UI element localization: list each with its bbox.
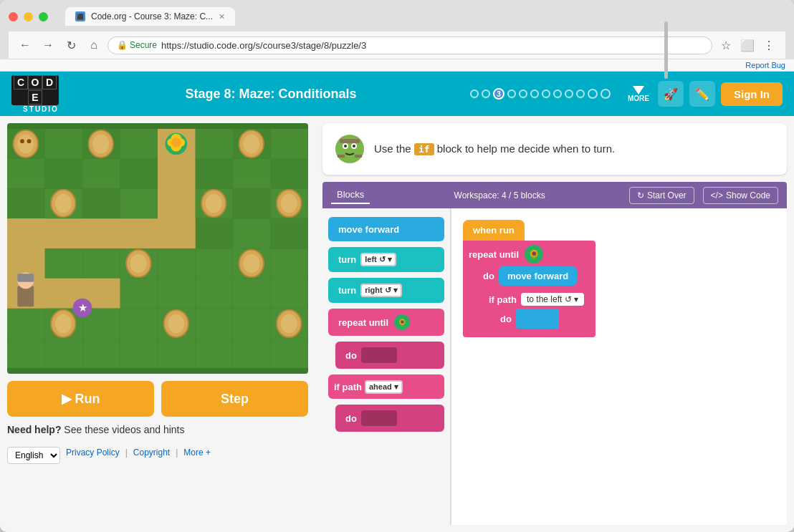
svg-rect-24 xyxy=(271,159,309,189)
code-block-group: when run repeat until 🌻 xyxy=(463,220,596,337)
show-code-button[interactable]: </> Show Code xyxy=(703,187,778,204)
language-select[interactable]: English xyxy=(7,447,60,464)
when-run-block[interactable]: when run xyxy=(463,220,525,241)
if-path-block[interactable]: if path ahead ▾ xyxy=(328,374,444,399)
game-panel: ★ ▶ Run Step Need help? See these videos… xyxy=(0,116,315,532)
logo-e: E xyxy=(28,90,42,105)
forward-button[interactable]: → xyxy=(39,36,57,54)
menu-button[interactable]: ⋮ xyxy=(760,36,778,54)
workspace-canvas[interactable]: when run repeat until 🌻 xyxy=(451,208,787,525)
blocks-tab[interactable]: Blocks xyxy=(331,186,370,204)
turn-right-block[interactable]: turn right ↺ ▾ xyxy=(328,278,444,303)
puzzle-dot-3[interactable]: 3 xyxy=(493,88,504,100)
repeat-until-outer-block[interactable]: repeat until 🌻 do move for xyxy=(463,241,596,337)
svg-rect-32 xyxy=(271,218,309,248)
tab-favicon: ⬛ xyxy=(75,11,85,21)
svg-rect-79 xyxy=(355,155,362,158)
svg-rect-67 xyxy=(17,286,34,307)
svg-point-76 xyxy=(353,145,355,147)
svg-point-56 xyxy=(55,314,72,334)
maze-visualization: ★ xyxy=(7,123,308,374)
window-close-dot[interactable] xyxy=(9,12,18,21)
logo-c: C xyxy=(14,75,28,90)
back-button[interactable]: ← xyxy=(16,36,34,54)
workspace-toolbar: Blocks Workspace: 4 / 5 blocks ↻ Start O… xyxy=(322,182,787,208)
top-navigation-bar: C O D E STUDIO Stage 8: Maze: Conditiona… xyxy=(0,72,794,116)
do-indent-group: do move forward xyxy=(483,266,590,333)
help-section: Need help? See these videos and hints xyxy=(7,424,308,435)
svg-rect-78 xyxy=(338,155,345,158)
repeat-until-label: repeat until xyxy=(469,249,519,260)
svg-point-58 xyxy=(168,314,184,334)
code-panel: Use the if block to help me decide when … xyxy=(315,116,794,532)
puzzle-dot-9[interactable] xyxy=(565,90,573,98)
privacy-policy-link[interactable]: Privacy Policy xyxy=(66,448,120,458)
window-minimize-dot[interactable] xyxy=(24,12,33,21)
bookmark-button[interactable]: ☆ xyxy=(717,36,735,54)
instruction-text: Use the if block to help me decide when … xyxy=(374,141,615,156)
secure-badge: 🔒 Secure xyxy=(117,40,157,50)
home-button[interactable]: ⌂ xyxy=(85,36,103,54)
browser-tab[interactable]: ⬛ Code.org - Course 3: Maze: C... ✕ xyxy=(65,7,235,26)
svg-point-54 xyxy=(243,254,259,274)
start-over-button[interactable]: ↻ Start Over xyxy=(629,187,694,204)
if-path-select[interactable]: ahead ▾ xyxy=(365,380,403,394)
svg-rect-21 xyxy=(45,159,83,189)
svg-point-42 xyxy=(92,135,109,154)
refresh-button[interactable]: ↻ xyxy=(62,36,80,54)
pencil-icon-button[interactable]: ✏️ xyxy=(689,81,715,107)
move-forward-block[interactable]: move forward xyxy=(328,217,444,241)
stage-title: Stage 8: Maze: Conditionals xyxy=(80,87,461,102)
do-label-1: do xyxy=(483,271,494,281)
if-do-block[interactable]: do xyxy=(335,405,444,432)
svg-point-39 xyxy=(20,139,24,143)
more-footer-link[interactable]: More + xyxy=(183,448,211,458)
svg-point-48 xyxy=(206,194,222,213)
turn-left-block[interactable]: turn left ↺ ▾ xyxy=(328,247,444,272)
window-maximize-dot[interactable] xyxy=(39,12,48,21)
if-path-label: if path xyxy=(489,294,517,305)
puzzle-dot-2[interactable] xyxy=(482,90,490,98)
puzzle-dot-5[interactable] xyxy=(519,90,527,98)
do2-slot[interactable] xyxy=(516,309,559,329)
puzzle-dot-8[interactable] xyxy=(553,90,562,98)
more-button[interactable]: MORE xyxy=(628,86,649,102)
turn-left-select[interactable]: left ↺ ▾ xyxy=(360,253,396,266)
svg-point-52 xyxy=(130,254,147,274)
do-slot xyxy=(361,347,397,363)
puzzle-dot-1[interactable] xyxy=(470,90,479,98)
repeat-until-block[interactable]: repeat until 🌻 xyxy=(328,309,444,336)
run-button[interactable]: ▶ Run xyxy=(7,381,154,417)
puzzle-dot-7[interactable] xyxy=(542,90,550,98)
puzzle-dot-4[interactable] xyxy=(507,90,516,98)
copyright-link[interactable]: Copyright xyxy=(133,448,170,458)
to-the-left-dropdown[interactable]: to the left ↺ ▾ xyxy=(521,293,584,306)
puzzle-dot-12[interactable] xyxy=(601,89,611,99)
do-block[interactable]: do xyxy=(335,342,444,369)
svg-point-38 xyxy=(17,135,34,154)
code-studio-logo[interactable]: C O D E xyxy=(11,75,59,105)
help-bold-text: Need help? xyxy=(7,424,61,435)
step-button[interactable]: Step xyxy=(161,381,308,417)
rocket-icon-button[interactable]: 🚀 xyxy=(658,81,684,107)
address-bar[interactable]: 🔒 Secure https://studio.code.org/s/cours… xyxy=(107,37,712,54)
blocks-panel: move forward turn left ↺ ▾ turn right ↺ … xyxy=(322,208,451,525)
svg-rect-69 xyxy=(17,274,34,281)
blocks-workspace: move forward turn left ↺ ▾ turn right ↺ … xyxy=(322,208,787,525)
turn-right-select[interactable]: right ↺ ▾ xyxy=(360,284,402,297)
svg-point-44 xyxy=(243,135,259,154)
move-forward-workspace-block[interactable]: move forward xyxy=(499,266,577,286)
signin-button[interactable]: Sign In xyxy=(721,82,783,106)
url-text: https://studio.code.org/s/course3/stage/… xyxy=(161,40,366,51)
extensions-button[interactable]: ⬜ xyxy=(738,36,757,54)
if-keyword-badge: if xyxy=(414,143,434,155)
report-bug-link[interactable]: Report Bug xyxy=(745,61,785,69)
svg-point-46 xyxy=(55,194,72,213)
svg-rect-28 xyxy=(233,188,271,218)
if-path-workspace-block[interactable]: if path to the left ↺ ▾ do xyxy=(483,289,590,333)
studio-label: STUDIO xyxy=(23,105,59,113)
puzzle-dot-10[interactable] xyxy=(576,90,585,98)
puzzle-dot-11[interactable] xyxy=(588,89,598,99)
tab-close-button[interactable]: ✕ xyxy=(219,12,225,21)
puzzle-dot-6[interactable] xyxy=(530,90,539,98)
